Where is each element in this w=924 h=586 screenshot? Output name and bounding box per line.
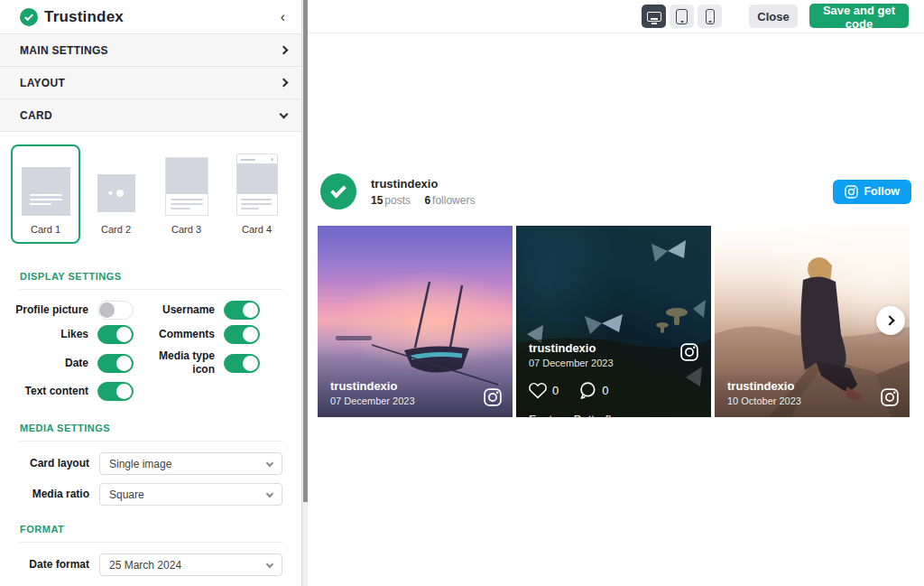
profile-meta: trustindexio 15posts 6followers [371, 177, 475, 207]
card3-thumbnail [165, 157, 208, 216]
mobile-icon [706, 9, 715, 24]
profile-username: trustindexio [371, 177, 475, 191]
media-ratio-select[interactable]: Square [99, 483, 282, 506]
trustindex-widget-editor: Trustindex ‹ MAIN SETTINGS LAYOUT CARD C… [0, 0, 924, 586]
format-section: FORMAT Date format 25 March 2024 [20, 524, 282, 576]
comments-count: 0 [602, 384, 608, 397]
username-toggle[interactable] [224, 301, 260, 320]
chevron-down-icon [266, 561, 273, 568]
arrow-right-icon [884, 315, 894, 325]
card1-thumbnail [22, 167, 70, 216]
instagram-icon [845, 185, 858, 199]
widget-preview: Close Save and get code trustindexio 15p… [308, 0, 924, 586]
card-option-4[interactable]: Card 4 [222, 144, 291, 244]
chevron-right-icon [280, 79, 289, 88]
accordion-card[interactable]: CARD [0, 99, 301, 132]
post-username: trustindexio [529, 341, 614, 355]
card-option-1[interactable]: Card 1 [11, 144, 80, 244]
trustindex-check-icon [20, 8, 38, 26]
display-settings-heading: DISPLAY SETTINGS [20, 271, 282, 290]
card-option-3[interactable]: Card 3 [152, 144, 221, 244]
profile-picture-toggle[interactable] [97, 301, 134, 320]
card4-thumbnail [236, 153, 278, 216]
chevron-down-icon [266, 460, 273, 467]
comments-stat: 0 [578, 381, 608, 399]
posts-row: trustindexio 07 December 2023 [318, 226, 910, 417]
avatar [320, 173, 356, 209]
media-type-icon-toggle[interactable] [224, 354, 260, 373]
follow-button[interactable]: Follow [833, 180, 911, 204]
post-username: trustindexio [727, 379, 801, 393]
save-and-get-code-button[interactable]: Save and get code [809, 4, 909, 28]
media-settings-section: MEDIA SETTINGS Card layout Single image … [20, 423, 282, 506]
tablet-icon [676, 9, 688, 24]
card-settings-panel: DISPLAY SETTINGS Profile picture Usernam… [0, 253, 301, 586]
device-switcher [642, 5, 722, 28]
format-heading: FORMAT [20, 524, 282, 543]
card-option-2[interactable]: ♥ Card 2 [81, 144, 151, 244]
profile-stats: 15posts 6followers [371, 194, 475, 207]
media-settings-heading: MEDIA SETTINGS [20, 423, 282, 442]
chevron-down-icon [280, 109, 289, 118]
trustindex-logo: Trustindex [20, 8, 124, 26]
collapse-sidebar-icon[interactable]: ‹ [277, 8, 289, 26]
post-caption: Fantasy Butterfly [529, 413, 698, 417]
likes-toggle[interactable] [97, 325, 134, 344]
post-overlay: trustindexio 10 October 2023 [727, 379, 801, 406]
carousel-next-button[interactable] [876, 306, 905, 335]
post-date: 07 December 2023 [330, 395, 415, 406]
instagram-icon [881, 388, 899, 406]
post-overlay: trustindexio 07 December 2023 0 0 [529, 341, 698, 417]
likes-count: 0 [552, 384, 559, 397]
post-stats: 0 0 [529, 381, 698, 399]
sidebar-header: Trustindex ‹ [0, 0, 301, 34]
settings-sidebar: Trustindex ‹ MAIN SETTINGS LAYOUT CARD C… [0, 0, 301, 586]
chevron-right-icon [280, 46, 289, 55]
card2-thumbnail: ♥ [97, 174, 135, 212]
close-button[interactable]: Close [749, 5, 798, 28]
accordion-main-settings[interactable]: MAIN SETTINGS [0, 34, 301, 67]
accordion-layout[interactable]: LAYOUT [0, 67, 301, 99]
post-card-fantasy-butterfly[interactable]: trustindexio 07 December 2023 0 0 [516, 226, 711, 417]
post-overlay: trustindexio 07 December 2023 [330, 379, 415, 406]
post-date: 10 October 2023 [727, 395, 801, 406]
card-style-picker: Card 1 ♥ Card 2 Card 3 Card 4 [0, 132, 301, 253]
post-username: trustindexio [330, 379, 415, 393]
tablet-view-button[interactable] [670, 5, 694, 28]
mobile-view-button[interactable] [698, 5, 722, 28]
post-card-sunset-boat[interactable]: trustindexio 07 December 2023 [318, 226, 513, 417]
chevron-down-icon [266, 490, 273, 498]
sidebar-scrollbar[interactable] [301, 0, 308, 586]
desktop-view-button[interactable] [642, 5, 666, 28]
comments-toggle[interactable] [224, 325, 260, 344]
card-layout-select[interactable]: Single image [99, 452, 282, 475]
display-settings-toggles: Profile picture Username Likes Comments … [11, 301, 282, 401]
profile-row: trustindexio 15posts 6followers Follow [320, 173, 911, 209]
likes-stat: 0 [529, 382, 559, 399]
instagram-icon [680, 343, 698, 361]
post-date: 07 December 2023 [529, 358, 614, 368]
desktop-icon [647, 12, 661, 22]
date-format-select[interactable]: 25 March 2024 [99, 553, 282, 576]
heart-icon [529, 382, 547, 399]
brand-name: Trustindex [44, 8, 124, 26]
text-content-toggle[interactable] [97, 382, 134, 401]
comment-icon [578, 381, 596, 399]
instagram-icon [484, 388, 502, 406]
date-toggle[interactable] [97, 354, 134, 373]
